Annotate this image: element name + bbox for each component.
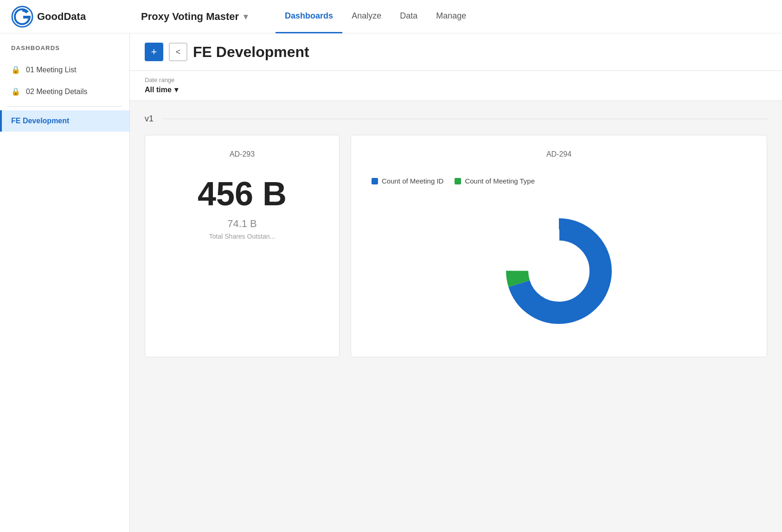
nav-manage[interactable]: Manage xyxy=(427,0,475,33)
content-area: + < FE Development Date range All time ▾… xyxy=(130,33,782,532)
donut-chart xyxy=(499,211,619,331)
project-dropdown-icon: ▾ xyxy=(244,12,248,22)
sidebar-item-fe-development[interactable]: FE Development xyxy=(0,110,129,132)
lock-icon-2: 🔒 xyxy=(11,87,20,96)
legend-item-meeting-id: Count of Meeting ID xyxy=(372,177,443,185)
svg-point-3 xyxy=(531,243,587,299)
top-nav: GoodData Proxy Voting Master ▾ Dashboard… xyxy=(0,0,782,33)
project-selector[interactable]: Proxy Voting Master ▾ xyxy=(141,11,248,23)
donut-container xyxy=(364,200,754,342)
dashboard-header: + < FE Development xyxy=(130,33,782,71)
sidebar-item-label-2: 02 Meeting Details xyxy=(26,88,88,96)
filter-bar: Date range All time ▾ xyxy=(130,71,782,101)
widget2-ad-label: AD-294 xyxy=(546,150,571,158)
section-divider xyxy=(163,119,767,119)
logo-text: GoodData xyxy=(37,11,86,23)
section-label: v1 xyxy=(145,114,154,124)
sidebar-item-label-3: FE Development xyxy=(11,117,69,125)
widget1-sub-label: Total Shares Outstan... xyxy=(209,233,275,240)
sidebar-item-meeting-list[interactable]: 🔒 01 Meeting List xyxy=(0,59,129,81)
legend-label-meeting-id: Count of Meeting ID xyxy=(382,177,443,185)
filter-dropdown-icon: ▾ xyxy=(174,85,178,94)
legend-label-meeting-type: Count of Meeting Type xyxy=(465,177,535,185)
widget1-big-number: 456 B xyxy=(198,177,287,210)
legend-dot-green xyxy=(455,178,461,184)
sidebar-item-meeting-details[interactable]: 🔒 02 Meeting Details xyxy=(0,81,129,102)
widget-kpi: AD-293 456 B 74.1 B Total Shares Outstan… xyxy=(145,135,340,357)
nav-data[interactable]: Data xyxy=(391,0,427,33)
lock-icon-1: 🔒 xyxy=(11,65,20,74)
sidebar-divider xyxy=(7,106,122,107)
sidebar-header: DASHBOARDS xyxy=(0,41,129,59)
logo-area: GoodData xyxy=(11,6,141,28)
add-dashboard-button[interactable]: + xyxy=(145,43,163,61)
widgets-row: AD-293 456 B 74.1 B Total Shares Outstan… xyxy=(145,135,767,357)
dashboard-title: FE Development xyxy=(193,44,309,61)
sidebar: DASHBOARDS 🔒 01 Meeting List 🔒 02 Meetin… xyxy=(0,33,130,532)
top-nav-links: Dashboards Analyze Data Manage xyxy=(276,0,771,33)
legend-row: Count of Meeting ID Count of Meeting Typ… xyxy=(364,177,754,185)
legend-item-meeting-type: Count of Meeting Type xyxy=(455,177,535,185)
widget1-sub-number: 74.1 B xyxy=(227,218,257,230)
filter-value-text: All time xyxy=(145,86,172,94)
section-header: v1 xyxy=(145,114,767,124)
main-layout: DASHBOARDS 🔒 01 Meeting List 🔒 02 Meetin… xyxy=(0,33,782,532)
nav-dashboards[interactable]: Dashboards xyxy=(276,0,342,33)
back-button[interactable]: < xyxy=(169,43,187,61)
filter-label: Date range xyxy=(145,76,767,83)
project-name: Proxy Voting Master xyxy=(141,11,239,23)
widget1-ad-label: AD-293 xyxy=(230,150,255,158)
sidebar-item-label-1: 01 Meeting List xyxy=(26,66,77,74)
filter-value-selector[interactable]: All time ▾ xyxy=(145,85,767,94)
gooddata-logo-icon xyxy=(11,6,33,28)
nav-analyze[interactable]: Analyze xyxy=(342,0,391,33)
dashboard-section: v1 AD-293 456 B 74.1 B Total Shares Outs… xyxy=(130,101,782,370)
legend-dot-blue xyxy=(372,178,378,184)
widget-donut: AD-294 Count of Meeting ID Count of Meet… xyxy=(351,135,767,357)
